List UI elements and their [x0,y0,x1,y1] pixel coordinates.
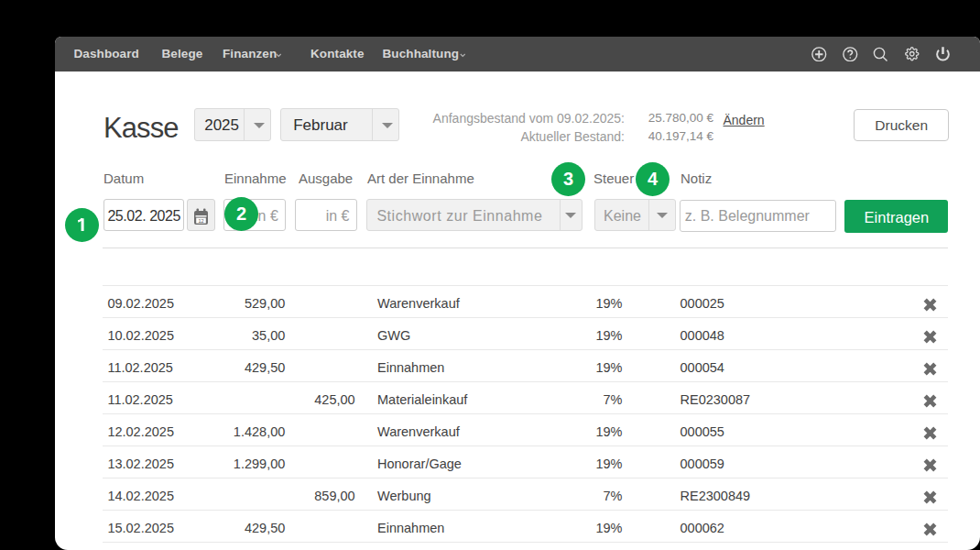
svg-text:12: 12 [198,218,203,224]
